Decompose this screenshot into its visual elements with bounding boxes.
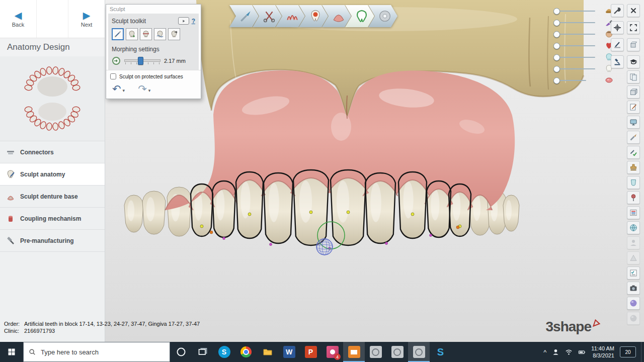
layer-face-slider[interactable]: [553, 28, 614, 40]
protected-surfaces-checkbox[interactable]: [110, 73, 116, 79]
cortana-button[interactable]: [170, 342, 192, 362]
checklist-button[interactable]: [627, 266, 640, 280]
approve-pen-button[interactable]: [627, 146, 640, 159]
battery-icon[interactable]: [578, 348, 586, 356]
stamp-button[interactable]: [627, 161, 640, 174]
cup-button[interactable]: [627, 176, 640, 189]
app-gray-3-button[interactable]: [408, 342, 430, 362]
back-button[interactable]: ◀ Back: [0, 0, 36, 38]
layer-preop-teeth-slider[interactable]: [553, 51, 614, 63]
pin-button[interactable]: [627, 191, 640, 204]
next-button[interactable]: ▶ Next: [68, 0, 105, 38]
workflow-bar: [229, 5, 397, 27]
notification-count-badge[interactable]: 20: [620, 346, 636, 357]
copy-view-button[interactable]: [627, 70, 640, 83]
edit-doc-button[interactable]: [627, 101, 640, 114]
purple-sphere-button[interactable]: [627, 297, 640, 310]
clock[interactable]: 11:40 AM 8/3/2021: [591, 345, 614, 359]
slider-handle[interactable]: [553, 66, 560, 72]
redo-caret-icon[interactable]: ▾: [148, 88, 151, 94]
microscope-button[interactable]: [611, 55, 624, 68]
wax-knife-tool[interactable]: [112, 28, 124, 40]
morph-size-slider[interactable]: [124, 56, 160, 65]
photos-app-button[interactable]: 4: [321, 342, 343, 362]
toolbox-button[interactable]: [611, 4, 624, 17]
file-explorer-button[interactable]: [257, 342, 278, 362]
layer-brush-slider[interactable]: [553, 17, 614, 28]
clinic-value: 2166971793: [24, 328, 55, 334]
color-bars-button[interactable]: [627, 206, 640, 219]
tools-icon: [613, 7, 621, 15]
slider-handle[interactable]: [553, 43, 560, 49]
task-view-button[interactable]: [192, 342, 213, 362]
show-desktop-button[interactable]: [641, 342, 644, 362]
docpen-icon: [629, 103, 637, 111]
fullscreen-button[interactable]: [627, 21, 640, 34]
right-toolbar: [627, 70, 640, 325]
crosshair-button[interactable]: [611, 21, 624, 34]
model-box-button[interactable]: [627, 85, 640, 99]
smooth-tool[interactable]: [154, 28, 166, 40]
sculpt-knife-step[interactable]: [229, 5, 259, 27]
order-status: Order:Artificial teeth in block 17-14, 1…: [4, 320, 200, 335]
close-button[interactable]: [627, 4, 640, 17]
camera-button[interactable]: [627, 282, 640, 295]
undo-button[interactable]: ↶ ▾: [112, 83, 125, 94]
skype-button[interactable]: S: [213, 342, 235, 362]
toolkit-buttons: [112, 28, 195, 40]
skype-alt-button[interactable]: S: [430, 342, 451, 362]
tray-expand-icon[interactable]: ^: [543, 348, 546, 356]
slider-handle[interactable]: [138, 57, 143, 65]
prism-button: [627, 251, 640, 264]
stamp-icon: [629, 163, 637, 171]
slider-track: [555, 68, 595, 69]
globe-icon: [629, 224, 637, 232]
toolkit-label: Sculpt toolkit: [112, 18, 146, 25]
back-arrow-icon: ◀: [15, 11, 22, 20]
person-icon: [629, 239, 637, 247]
wifi-icon[interactable]: [565, 348, 573, 356]
communicate-app-button[interactable]: [343, 342, 365, 362]
slider-handle[interactable]: [553, 77, 560, 84]
undo-caret-icon[interactable]: ▾: [123, 88, 125, 94]
training-button[interactable]: [627, 55, 640, 68]
help-link[interactable]: ?: [192, 18, 195, 25]
slider-handle[interactable]: [553, 20, 560, 26]
sidebar-step-label: Sculpt anatomy: [20, 171, 65, 178]
sidebar-step-sculpt-anatomy[interactable]: Sculpt anatomy: [0, 163, 105, 185]
remove-material-tool[interactable]: [140, 28, 152, 40]
slider-handle[interactable]: [553, 31, 560, 38]
person-tray-icon[interactable]: [552, 348, 559, 356]
screen-view-button[interactable]: [627, 116, 640, 129]
globe-button[interactable]: [627, 221, 640, 234]
morph-tool[interactable]: [168, 28, 180, 40]
sculpt-knife-button[interactable]: [627, 131, 640, 144]
powerpoint-button[interactable]: P: [300, 342, 321, 362]
layer-gingiva-slider[interactable]: [553, 74, 614, 86]
denture-icon: [6, 192, 15, 201]
morph-direction-icon[interactable]: [112, 56, 121, 65]
add-material-tool[interactable]: [126, 28, 138, 40]
start-button[interactable]: [0, 342, 23, 362]
sidebar-step-pre-manufacturing[interactable]: Pre-manufacturing: [0, 229, 105, 252]
layer-teeth-slider[interactable]: [553, 63, 614, 74]
slider-handle[interactable]: [553, 54, 560, 61]
sidebar-step-sculpt-denture-base[interactable]: Sculpt denture base: [0, 185, 105, 207]
app-gray-2-button[interactable]: [386, 342, 408, 362]
word-button[interactable]: W: [278, 342, 300, 362]
sidebar-step-coupling-mechanism[interactable]: Coupling mechanism: [0, 207, 105, 229]
video-tutorial-button[interactable]: [178, 17, 189, 25]
taskview-icon: [198, 347, 208, 357]
layer-antagonist-slider[interactable]: [553, 40, 614, 51]
annotate-button[interactable]: [611, 38, 624, 51]
panel-title: Sculpt: [106, 5, 201, 13]
taskbar-search[interactable]: [23, 342, 170, 362]
chrome-button[interactable]: [235, 342, 257, 362]
box-view-button[interactable]: [627, 38, 640, 51]
redo-button[interactable]: ↷ ▾: [138, 83, 150, 94]
app-gray-1-button[interactable]: [365, 342, 386, 362]
search-input[interactable]: [40, 348, 165, 356]
slider-handle[interactable]: [553, 8, 560, 15]
layer-wax-rim-slider[interactable]: [553, 5, 614, 17]
sidebar-step-connectors[interactable]: Connectors: [0, 141, 105, 163]
